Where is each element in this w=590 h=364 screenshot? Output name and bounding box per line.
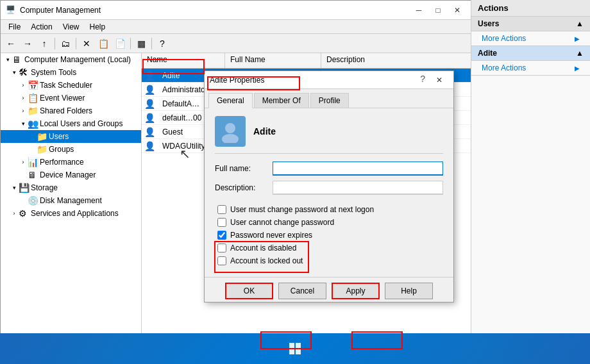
up-button[interactable]: ↑ xyxy=(37,37,52,51)
ok-button[interactable]: OK xyxy=(225,283,273,299)
col-header-name[interactable]: Name xyxy=(142,53,225,68)
dialog-tab-profile[interactable]: Profile xyxy=(310,93,349,108)
shared-folders-label: Shared Folders xyxy=(40,106,92,115)
checkbox-row-must-change: User must change password at next logon xyxy=(215,205,443,214)
checkbox-row-cannot-change: User cannot change password xyxy=(215,218,443,227)
description-label: Description: xyxy=(215,183,273,192)
menu-view[interactable]: View xyxy=(58,21,85,33)
dialog-tab-member-of[interactable]: Member Of xyxy=(254,93,309,108)
disk-management-icon: 💿 xyxy=(28,195,38,206)
dialog-user-section: Adite xyxy=(215,116,443,154)
forward-button[interactable]: → xyxy=(20,37,35,51)
actions-section-title-adite[interactable]: Adite ▲ xyxy=(471,46,590,60)
fullname-field: Full name: xyxy=(215,161,443,176)
maximize-button[interactable]: □ xyxy=(429,4,447,17)
cannot-change-label[interactable]: User cannot change password xyxy=(230,218,334,227)
sidebar-item-root[interactable]: ▾ 🖥 Computer Management (Local) xyxy=(1,53,141,66)
properties-button[interactable]: 📋 xyxy=(96,37,111,51)
delete-button[interactable]: ✕ xyxy=(79,37,94,51)
users-section-arrow: ▲ xyxy=(576,19,584,28)
apply-button[interactable]: Apply xyxy=(332,283,380,299)
menu-help[interactable]: Help xyxy=(85,21,111,33)
disabled-label[interactable]: Account is disabled xyxy=(230,244,296,252)
cannot-change-checkbox[interactable] xyxy=(217,218,226,227)
expand-event[interactable]: › xyxy=(19,94,28,103)
expand-root[interactable]: ▾ xyxy=(3,55,12,64)
taskbar-right-gradient xyxy=(475,333,590,364)
toolbar-separator-1 xyxy=(55,38,55,49)
expand-local-users[interactable]: ▾ xyxy=(19,119,28,128)
expand-shared[interactable]: › xyxy=(19,106,28,115)
actions-section-users: Users ▲ xyxy=(471,17,590,31)
sidebar-item-storage[interactable]: ▾ 💾 Storage xyxy=(1,181,141,194)
list-header: Name Full Name Description xyxy=(142,53,471,69)
shared-folders-icon: 📁 xyxy=(28,106,38,116)
menu-file[interactable]: File xyxy=(3,21,26,33)
cancel-button[interactable]: Cancel xyxy=(278,283,326,299)
view-button[interactable]: ▦ xyxy=(133,37,149,51)
performance-label: Performance xyxy=(40,158,84,167)
start-button[interactable] xyxy=(281,337,309,360)
expand-system-tools[interactable]: ▾ xyxy=(10,68,19,77)
root-label: Computer Management (Local) xyxy=(24,55,131,64)
never-expires-label[interactable]: Password never expires xyxy=(230,231,312,240)
show-hide-button[interactable]: 🗂 xyxy=(58,37,73,51)
must-change-checkbox[interactable] xyxy=(217,205,226,214)
sidebar-item-task-scheduler[interactable]: › 📅 Task Scheduler xyxy=(1,79,141,92)
description-field: Description: xyxy=(215,181,443,195)
sidebar-item-groups[interactable]: › 📁 Groups xyxy=(1,143,141,156)
fullname-input[interactable] xyxy=(273,161,443,176)
svg-rect-2 xyxy=(289,343,294,348)
expand-storage[interactable]: ▾ xyxy=(10,183,19,192)
sidebar-item-device-manager[interactable]: › 🖥 Device Manager xyxy=(1,169,141,181)
must-change-label[interactable]: User must change password at next logon xyxy=(230,205,374,214)
sidebar-item-shared-folders[interactable]: › 📁 Shared Folders xyxy=(1,104,141,117)
help-button[interactable]: Help xyxy=(385,283,433,299)
col-header-description[interactable]: Description xyxy=(321,53,471,68)
actions-section-adite: Adite ▲ xyxy=(471,46,590,61)
menu-action[interactable]: Action xyxy=(26,21,57,33)
minimize-button[interactable]: ─ xyxy=(410,4,428,17)
actions-link-more-adite[interactable]: More Actions ▶ xyxy=(471,61,590,75)
sidebar-item-users[interactable]: › 📁 Users xyxy=(1,130,141,143)
dialog-close-button[interactable]: ✕ xyxy=(430,74,448,87)
title-bar-left: 🖥️ Computer Management xyxy=(6,5,101,15)
svg-rect-4 xyxy=(289,349,294,354)
col-header-fullname[interactable]: Full Name xyxy=(225,53,321,68)
toolbar-separator-3 xyxy=(130,38,131,49)
expand-task[interactable]: › xyxy=(19,81,28,90)
actions-panel: Actions Users ▲ More Actions ▶ Adite ▲ M… xyxy=(471,0,590,333)
taskbar-start-area xyxy=(281,337,309,360)
expand-perf[interactable]: › xyxy=(19,158,28,167)
never-expires-checkbox[interactable] xyxy=(217,231,226,240)
storage-label: Storage xyxy=(31,183,58,192)
dialog-tab-general[interactable]: General xyxy=(208,93,253,108)
dialog-help-icon[interactable]: ? xyxy=(416,74,429,87)
toolbar: ← → ↑ 🗂 ✕ 📋 📄 ▦ ? xyxy=(1,34,471,53)
disabled-checkbox[interactable] xyxy=(217,244,226,252)
sidebar-item-services[interactable]: › ⚙ Services and Applications xyxy=(1,207,141,220)
back-button[interactable]: ← xyxy=(3,37,19,51)
sidebar: ▾ 🖥 Computer Management (Local) ▾ 🛠 Syst… xyxy=(1,53,142,334)
locked-checkbox[interactable] xyxy=(217,256,226,265)
disk-management-label: Disk Management xyxy=(40,196,102,205)
event-viewer-icon: 📋 xyxy=(28,93,38,103)
locked-label[interactable]: Account is locked out xyxy=(230,256,303,265)
sidebar-item-disk-management[interactable]: › 💿 Disk Management xyxy=(1,194,141,207)
close-button[interactable]: ✕ xyxy=(448,4,466,17)
sidebar-item-event-viewer[interactable]: › 📋 Event Viewer xyxy=(1,92,141,104)
windows-logo xyxy=(289,342,301,355)
new-window-button[interactable]: 📄 xyxy=(112,37,128,51)
expand-services[interactable]: › xyxy=(10,209,19,218)
sidebar-item-local-users[interactable]: ▾ 👥 Local Users and Groups xyxy=(1,117,141,130)
sidebar-item-system-tools[interactable]: ▾ 🛠 System Tools xyxy=(1,66,141,79)
device-manager-label: Device Manager xyxy=(40,170,96,179)
description-input[interactable] xyxy=(273,181,443,195)
actions-link-more-users[interactable]: More Actions ▶ xyxy=(471,31,590,46)
sidebar-item-performance[interactable]: › 📊 Performance xyxy=(1,156,141,169)
fullname-label: Full name: xyxy=(215,164,273,173)
actions-section-title-users[interactable]: Users ▲ xyxy=(471,17,590,31)
actions-more-users: More Actions ▶ xyxy=(471,31,590,46)
help-toolbar-button[interactable]: ? xyxy=(155,37,170,51)
title-bar: 🖥️ Computer Management ─ □ ✕ xyxy=(1,1,471,20)
